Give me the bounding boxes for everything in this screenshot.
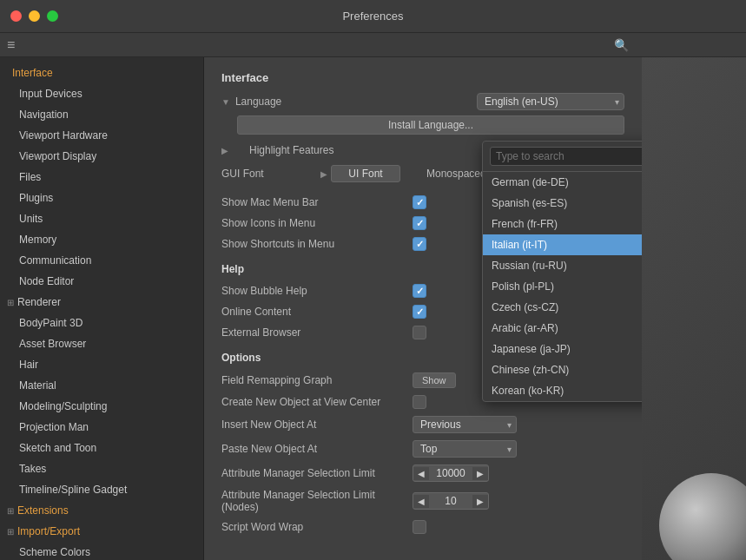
search-icon[interactable]: 🔍 — [614, 38, 629, 52]
show-mac-menu-checkbox[interactable]: ✓ — [413, 195, 426, 209]
sidebar-label: Takes — [19, 461, 46, 477]
checkmark-icon: ✓ — [416, 197, 424, 208]
show-mac-menu-label: Show Mac Menu Bar — [221, 196, 413, 208]
sidebar-label: Material — [19, 378, 56, 393]
sidebar-item-renderer[interactable]: ⊞ Renderer — [0, 292, 203, 313]
sidebar-item-memory[interactable]: Memory — [0, 229, 203, 250]
main-toolbar: ≡ 🔍 — [0, 33, 746, 57]
sidebar-item-communication[interactable]: Communication — [0, 250, 203, 271]
sidebar-item-extensions[interactable]: ⊞ Extensions — [0, 500, 203, 521]
sidebar-item-takes[interactable]: Takes — [0, 458, 203, 479]
sidebar-item-hair[interactable]: Hair — [0, 354, 203, 375]
gui-font-value[interactable]: UI Font — [331, 165, 400, 182]
expand-icon: ⊞ — [7, 504, 14, 517]
dropdown-item-russian[interactable]: Russian (ru-RU) ▶ — [483, 255, 642, 276]
gui-font-caret-icon: ▶ — [320, 169, 327, 179]
dropdown-item-chinese[interactable]: Chinese (zh-CN) ▶ — [483, 359, 642, 380]
sidebar-item-files[interactable]: Files — [0, 167, 203, 188]
sidebar-item-scheme-colors[interactable]: Scheme Colors — [0, 542, 203, 560]
dropdown-item-german[interactable]: German (de-DE) ▶ — [483, 172, 642, 193]
language-select[interactable]: English (en-US) — [477, 93, 624, 110]
dropdown-item-label: French (fr-FR) — [492, 218, 558, 230]
attr-limit-stepper: ◀ 10000 ▶ — [413, 464, 489, 482]
dropdown-search-input[interactable] — [490, 147, 642, 166]
online-content-checkbox[interactable]: ✓ — [413, 305, 426, 319]
sidebar-item-input-devices[interactable]: Input Devices — [0, 83, 203, 104]
paste-obj-select[interactable]: Top — [413, 440, 517, 458]
external-browser-label: External Browser — [221, 326, 413, 339]
dropdown-item-label: Spanish (es-ES) — [492, 197, 567, 209]
hamburger-icon[interactable]: ≡ — [7, 37, 15, 53]
dropdown-item-polish[interactable]: Polish (pl-PL) ▶ — [483, 276, 642, 297]
sphere-decoration — [659, 473, 746, 560]
sidebar-item-units[interactable]: Units — [0, 208, 203, 229]
bubble-help-label: Show Bubble Help — [221, 285, 413, 297]
close-button[interactable] — [10, 10, 22, 22]
sidebar-label: Modeling/Sculpting — [19, 399, 107, 414]
script-wrap-label: Script Word Wrap — [221, 521, 413, 533]
script-wrap-row: Script Word Wrap — [221, 517, 624, 537]
paste-obj-control: Top — [413, 440, 624, 458]
dropdown-item-japanese[interactable]: Japanese (ja-JP) ▶ — [483, 339, 642, 359]
dropdown-item-label: Czech (cs-CZ) — [492, 301, 558, 313]
language-expand-icon[interactable]: ▼ — [221, 97, 230, 107]
sidebar-label: Timeline/Spline Gadget — [19, 482, 127, 497]
sidebar-item-timeline[interactable]: Timeline/Spline Gadget — [0, 479, 203, 500]
attr-limit-increase[interactable]: ▶ — [472, 467, 488, 480]
sidebar-item-projection-man[interactable]: Projection Man — [0, 417, 203, 438]
show-shortcuts-checkbox[interactable]: ✓ — [413, 237, 426, 251]
language-select-wrapper: English (en-US) — [477, 93, 624, 110]
sidebar-label: Extensions — [17, 503, 69, 518]
attr-nodes-row: Attribute Manager Selection Limit (Nodes… — [221, 485, 624, 517]
sidebar-label: Interface — [12, 65, 53, 81]
external-browser-checkbox[interactable] — [413, 326, 426, 339]
attr-limit-decrease[interactable]: ◀ — [413, 467, 429, 480]
sidebar-label: Viewport Display — [19, 148, 96, 164]
create-obj-label: Create New Object at View Center — [221, 396, 413, 408]
sidebar-item-navigation[interactable]: Navigation — [0, 104, 203, 125]
sidebar-item-viewport-hardware[interactable]: Viewport Hardware — [0, 125, 203, 146]
dropdown-item-french[interactable]: French (fr-FR) ▶ — [483, 214, 642, 234]
insert-obj-label: Insert New Object At — [221, 418, 413, 431]
show-icons-checkbox[interactable]: ✓ — [413, 216, 426, 230]
attr-nodes-value: 10 — [429, 493, 472, 509]
sidebar-item-viewport-display[interactable]: Viewport Display — [0, 146, 203, 167]
install-language-button[interactable]: Install Language... — [237, 115, 624, 135]
paste-obj-row: Paste New Object At Top — [221, 437, 624, 461]
sidebar-item-material[interactable]: Material — [0, 375, 203, 396]
attr-nodes-decrease[interactable]: ◀ — [413, 495, 429, 508]
sidebar-label: Plugins — [19, 190, 53, 206]
dropdown-item-czech[interactable]: Czech (cs-CZ) ▶ — [483, 297, 642, 318]
minimize-button[interactable] — [29, 10, 40, 22]
sidebar-item-node-editor[interactable]: Node Editor — [0, 271, 203, 292]
attr-nodes-increase[interactable]: ▶ — [472, 495, 488, 508]
checkmark-icon: ✓ — [416, 306, 424, 318]
language-dropdown: German (de-DE) ▶ Spanish (es-ES) ▶ Frenc… — [482, 141, 642, 402]
attr-limit-value: 10000 — [429, 465, 472, 481]
script-wrap-checkbox[interactable] — [413, 520, 426, 534]
dropdown-item-spanish[interactable]: Spanish (es-ES) ▶ — [483, 193, 642, 214]
dropdown-item-korean[interactable]: Korean (ko-KR) ▶ — [483, 380, 642, 401]
sidebar-label: Scheme Colors — [19, 544, 90, 560]
dropdown-item-arabic[interactable]: Arabic (ar-AR) ▶ — [483, 318, 642, 339]
dropdown-item-italian[interactable]: Italian (it-IT) ▶ — [483, 234, 642, 255]
bubble-help-checkbox[interactable]: ✓ — [413, 284, 426, 298]
create-obj-checkbox[interactable] — [413, 395, 426, 409]
sidebar-label: Node Editor — [19, 273, 74, 289]
sidebar-item-modeling-sculpting[interactable]: Modeling/Sculpting — [0, 396, 203, 417]
insert-obj-control: Previous — [413, 416, 624, 433]
window-controls[interactable] — [10, 10, 58, 22]
sidebar-item-bodypaint[interactable]: BodyPaint 3D — [0, 313, 203, 333]
sidebar-item-import-export[interactable]: ⊞ Import/Export — [0, 521, 203, 542]
sidebar-item-asset-browser[interactable]: Asset Browser — [0, 333, 203, 354]
field-remapping-button[interactable]: Show — [413, 372, 456, 388]
sidebar-label: Renderer — [17, 294, 61, 310]
sidebar-item-interface[interactable]: Interface — [0, 63, 203, 83]
insert-obj-select[interactable]: Previous — [413, 416, 517, 433]
dropdown-search-area — [483, 142, 642, 172]
insert-obj-row: Insert New Object At Previous — [221, 412, 624, 437]
sidebar-item-sketch-toon[interactable]: Sketch and Toon — [0, 438, 203, 458]
sidebar-label: BodyPaint 3D — [19, 315, 83, 331]
sidebar-item-plugins[interactable]: Plugins — [0, 188, 203, 208]
maximize-button[interactable] — [47, 10, 58, 22]
